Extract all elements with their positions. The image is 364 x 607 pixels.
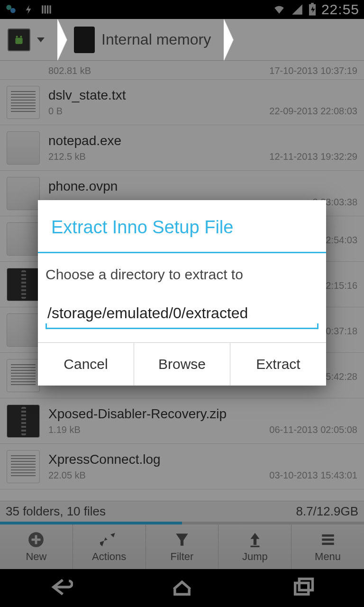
- dialog-title: Extract Inno Setup File: [38, 200, 326, 252]
- cancel-button[interactable]: Cancel: [38, 343, 134, 386]
- dialog-prompt: Choose a directory to extract to: [46, 267, 318, 283]
- extract-dialog: Extract Inno Setup File Choose a directo…: [38, 200, 326, 386]
- extract-path-input[interactable]: [46, 299, 318, 329]
- extract-button[interactable]: Extract: [230, 343, 326, 386]
- browse-button[interactable]: Browse: [134, 343, 230, 386]
